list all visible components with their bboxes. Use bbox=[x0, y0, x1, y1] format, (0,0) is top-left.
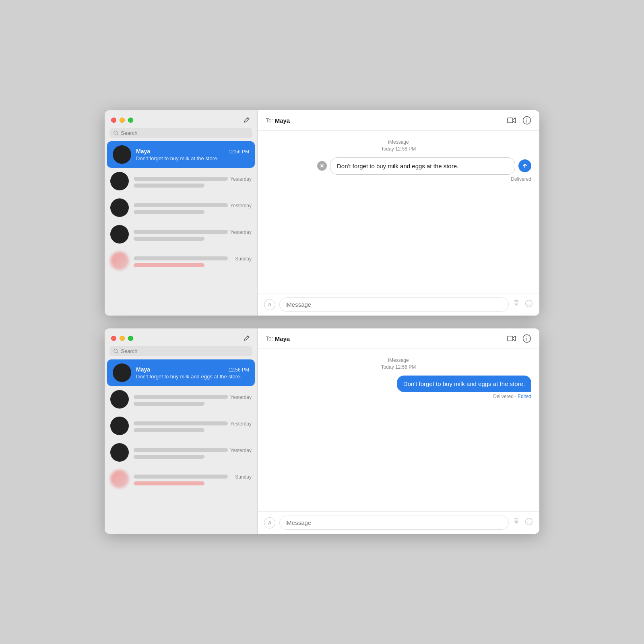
appstore-icon-2[interactable]: A bbox=[264, 517, 275, 528]
svg-rect-23 bbox=[514, 520, 518, 520]
message-editing-row-1 bbox=[266, 157, 531, 175]
avatar-5 bbox=[110, 252, 129, 270]
conv-header-2: Yesterday bbox=[134, 175, 252, 182]
titlebar-1 bbox=[105, 110, 257, 128]
svg-rect-18 bbox=[508, 336, 513, 341]
close-button[interactable] bbox=[111, 118, 116, 123]
message-edit-input-1[interactable] bbox=[330, 157, 515, 175]
maximize-button-2[interactable] bbox=[128, 336, 133, 341]
chat-input-icons-2 bbox=[513, 518, 533, 528]
conv-content-4: Yesterday bbox=[134, 228, 252, 241]
conversation-list-1: Maya 12:56 PM Don't forget to buy milk a… bbox=[105, 141, 257, 316]
video-button-1[interactable] bbox=[507, 116, 516, 125]
svg-line-1 bbox=[117, 134, 118, 135]
svg-rect-26 bbox=[516, 523, 517, 524]
appstore-icon-1[interactable]: A bbox=[264, 299, 275, 310]
avatar-maya-2 bbox=[113, 363, 131, 382]
to-label-1: To: bbox=[266, 117, 273, 124]
emoji-icon-2[interactable] bbox=[525, 518, 533, 528]
conv-time-3b: Yesterday bbox=[230, 421, 252, 427]
conversation-list-2: Maya 12:56 PM Don't forget to buy milk a… bbox=[105, 359, 257, 534]
active-conversation-1[interactable]: Maya 12:56 PM Don't forget to buy milk a… bbox=[107, 141, 255, 168]
audio-icon-1[interactable] bbox=[513, 300, 520, 309]
chat-input-2[interactable] bbox=[279, 516, 509, 530]
conv-preview-maya-2: Don't forget to buy milk and eggs at the… bbox=[136, 374, 249, 380]
traffic-lights-1 bbox=[111, 118, 133, 123]
blurred-name-5 bbox=[134, 256, 228, 260]
conv-header-maya-1: Maya 12:56 PM bbox=[136, 148, 249, 155]
conv-content-4b: Yesterday bbox=[134, 446, 252, 459]
send-edit-button-1[interactable] bbox=[518, 159, 531, 172]
conv-item-4b[interactable]: Yesterday bbox=[105, 439, 257, 466]
blurred-preview-4b bbox=[134, 455, 204, 459]
conv-item-5b[interactable]: Sunday bbox=[105, 466, 257, 492]
messages-window-2: Maya 12:56 PM Don't forget to buy milk a… bbox=[105, 328, 539, 534]
conv-content-2: Yesterday bbox=[134, 175, 252, 188]
chat-input-bar-1: A bbox=[258, 293, 539, 316]
active-conversation-2[interactable]: Maya 12:56 PM Don't forget to buy milk a… bbox=[107, 359, 255, 386]
close-button-2[interactable] bbox=[111, 336, 116, 341]
svg-point-14 bbox=[528, 303, 528, 303]
compose-button-2[interactable] bbox=[243, 334, 251, 342]
svg-point-5 bbox=[526, 118, 527, 119]
message-timestamp-2: iMessage Today 12:56 PM bbox=[381, 357, 416, 371]
svg-rect-25 bbox=[515, 522, 518, 523]
blurred-preview-4 bbox=[134, 237, 204, 241]
blurred-name-4 bbox=[134, 230, 228, 234]
search-input-2[interactable] bbox=[121, 348, 248, 354]
svg-rect-9 bbox=[514, 301, 518, 302]
avatar-4 bbox=[110, 225, 129, 244]
minimize-button[interactable] bbox=[120, 118, 125, 123]
chat-area-1: To: Maya bbox=[258, 110, 539, 316]
svg-rect-24 bbox=[514, 521, 518, 522]
search-bar-1[interactable] bbox=[109, 128, 252, 138]
maximize-button[interactable] bbox=[128, 118, 133, 123]
blurred-name-3b bbox=[134, 421, 228, 425]
conv-item-5[interactable]: Sunday bbox=[105, 248, 257, 274]
conv-header-3: Yesterday bbox=[134, 202, 252, 208]
avatar-maya-1 bbox=[113, 145, 131, 164]
conv-item-4[interactable]: Yesterday bbox=[105, 221, 257, 248]
timestamp-2: Today 12:56 PM bbox=[381, 364, 416, 371]
chat-header-1: To: Maya bbox=[258, 110, 539, 131]
conv-time-maya-1: 12:56 PM bbox=[229, 149, 249, 155]
audio-icon-2[interactable] bbox=[513, 518, 520, 527]
conv-header-4: Yesterday bbox=[134, 228, 252, 235]
message-row-2: Don't forget to buy milk and eggs at the… bbox=[266, 376, 531, 399]
conv-content-5: Sunday bbox=[134, 255, 252, 267]
emoji-icon-1[interactable] bbox=[525, 299, 533, 310]
blurred-preview-3b bbox=[134, 428, 204, 432]
info-button-2[interactable] bbox=[522, 334, 531, 343]
conv-header-2b: Yesterday bbox=[134, 393, 252, 400]
service-label-2: iMessage bbox=[381, 357, 416, 364]
avatar-5b bbox=[110, 470, 129, 488]
titlebar-2 bbox=[105, 328, 257, 346]
messages-area-2: iMessage Today 12:56 PM Don't forget to … bbox=[258, 349, 539, 511]
message-status-1: Delivered bbox=[511, 176, 531, 182]
svg-point-21 bbox=[526, 336, 527, 337]
conv-item-2b[interactable]: Yesterday bbox=[105, 386, 257, 413]
info-button-1[interactable] bbox=[522, 116, 531, 125]
conv-item-3b[interactable]: Yesterday bbox=[105, 413, 257, 439]
search-bar-2[interactable] bbox=[109, 346, 252, 356]
svg-point-28 bbox=[528, 521, 528, 522]
chat-input-icons-1 bbox=[513, 299, 533, 310]
chat-input-1[interactable] bbox=[279, 297, 509, 312]
sidebar-2: Maya 12:56 PM Don't forget to buy milk a… bbox=[105, 328, 258, 534]
cancel-edit-button-1[interactable] bbox=[317, 161, 327, 171]
search-input-1[interactable] bbox=[121, 130, 248, 136]
conv-time-3: Yesterday bbox=[230, 203, 252, 208]
avatar-2b bbox=[110, 390, 129, 409]
conv-item-2[interactable]: Yesterday bbox=[105, 168, 257, 194]
conv-header-4b: Yesterday bbox=[134, 446, 252, 453]
svg-point-15 bbox=[530, 303, 530, 303]
minimize-button-2[interactable] bbox=[120, 336, 125, 341]
blurred-preview-5b bbox=[134, 481, 204, 485]
video-button-2[interactable] bbox=[507, 334, 516, 343]
conv-preview-maya-1: Don't forget to buy milk at the store. bbox=[136, 155, 249, 161]
conv-item-3[interactable]: Yesterday bbox=[105, 194, 257, 221]
search-icon-1 bbox=[114, 130, 118, 136]
svg-rect-11 bbox=[515, 304, 518, 305]
conv-name-maya-1: Maya bbox=[136, 148, 150, 155]
compose-button[interactable] bbox=[243, 116, 251, 124]
